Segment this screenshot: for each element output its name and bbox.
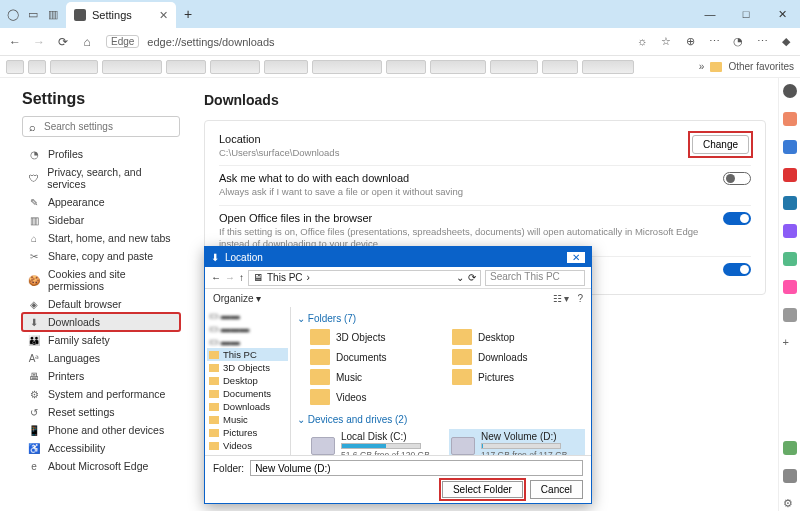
organize-button[interactable]: Organize ▾ xyxy=(213,293,261,304)
sidebar-item-family-safety[interactable]: 👪Family safety xyxy=(22,331,180,349)
tabs-icon[interactable]: ▥ xyxy=(46,7,60,21)
bookmark-item[interactable] xyxy=(28,60,46,74)
tree-item[interactable]: Pictures xyxy=(207,426,288,439)
minimize-button[interactable]: — xyxy=(692,8,728,21)
refresh-icon[interactable]: ⟳ xyxy=(468,272,476,283)
overflow-button[interactable]: » xyxy=(699,61,705,72)
new-tab-button[interactable]: + xyxy=(176,6,200,22)
sidebar-item-about-microsoft-edge[interactable]: eAbout Microsoft Edge xyxy=(22,457,180,475)
up-icon[interactable]: ↑ xyxy=(239,272,244,283)
tool-icon[interactable] xyxy=(783,140,797,154)
drives-group[interactable]: Devices and drives (2) xyxy=(297,412,585,427)
tree-item[interactable]: This PC xyxy=(207,348,288,361)
change-button[interactable]: Change xyxy=(692,135,749,154)
office-toggle[interactable] xyxy=(723,212,751,225)
sidebar-item-languages[interactable]: AᵃLanguages xyxy=(22,349,180,367)
back-button[interactable]: ← xyxy=(6,35,24,49)
drive-item[interactable]: New Volume (D:)117 GB free of 117 GB xyxy=(449,429,585,455)
tool-icon[interactable] xyxy=(783,224,797,238)
tree-item[interactable]: 3D Objects xyxy=(207,361,288,374)
copilot-icon[interactable]: ◆ xyxy=(778,35,794,48)
sidebar-item-system-and-performance[interactable]: ⚙System and performance xyxy=(22,385,180,403)
maximize-button[interactable]: □ xyxy=(728,8,764,21)
close-tab-icon[interactable]: ✕ xyxy=(159,9,168,22)
bookmark-item[interactable] xyxy=(490,60,538,74)
sidebar-item-reset-settings[interactable]: ↺Reset settings xyxy=(22,403,180,421)
sidebar-item-default-browser[interactable]: ◈Default browser xyxy=(22,295,180,313)
sidebar-item-downloads[interactable]: ⬇Downloads xyxy=(22,313,180,331)
settings-search-input[interactable] xyxy=(42,120,173,133)
folder-item[interactable]: Music xyxy=(309,368,443,386)
workspaces-icon[interactable]: ▭ xyxy=(26,7,40,21)
bookmark-item[interactable] xyxy=(386,60,426,74)
home-button[interactable]: ⌂ xyxy=(78,35,96,49)
dialog-close-button[interactable]: ✕ xyxy=(567,252,585,263)
dropdown-icon[interactable]: ⌄ xyxy=(456,272,464,283)
bookmark-item[interactable] xyxy=(102,60,162,74)
forward-icon[interactable]: → xyxy=(225,272,235,283)
folder-item[interactable]: Desktop xyxy=(451,328,585,346)
browser-tab[interactable]: Settings ✕ xyxy=(66,2,176,28)
folder-item[interactable]: Documents xyxy=(309,348,443,366)
view-icon[interactable]: ☷ ▾ xyxy=(553,293,570,304)
site-identity[interactable]: Edge xyxy=(106,35,139,48)
bookmark-item[interactable] xyxy=(210,60,260,74)
folder-input[interactable] xyxy=(250,460,583,476)
sidebar-item-start-home-and-new-tabs[interactable]: ⌂Start, home, and new tabs xyxy=(22,229,180,247)
breadcrumb[interactable]: 🖥 This PC › ⌄ ⟳ xyxy=(248,270,481,286)
sidebar-item-profiles[interactable]: ◔Profiles xyxy=(22,145,180,163)
bookmark-item[interactable] xyxy=(50,60,98,74)
sidebar-item-appearance[interactable]: ✎Appearance xyxy=(22,193,180,211)
tree-item[interactable]: ▭ ▬▬▬ xyxy=(207,322,288,335)
extensions-icon[interactable]: ⋯ xyxy=(706,35,722,48)
add-sidebar-icon[interactable]: + xyxy=(783,336,797,350)
url-input[interactable] xyxy=(145,35,624,49)
sidebar-item-sidebar[interactable]: ▥Sidebar xyxy=(22,211,180,229)
settings-sidebar-icon[interactable]: ⚙ xyxy=(783,497,797,511)
tool-icon[interactable] xyxy=(783,280,797,294)
tool-icon[interactable] xyxy=(783,168,797,182)
sidebar-item-cookies-and-site-permissions[interactable]: 🍪Cookies and site permissions xyxy=(22,265,180,295)
menu-toggle[interactable] xyxy=(723,263,751,276)
tree-item[interactable]: Downloads xyxy=(207,400,288,413)
bookmark-item[interactable] xyxy=(312,60,382,74)
folder-item[interactable]: Pictures xyxy=(451,368,585,386)
ask-toggle[interactable] xyxy=(723,172,751,185)
sidebar-item-accessibility[interactable]: ♿Accessibility xyxy=(22,439,180,457)
drive-item[interactable]: Local Disk (C:)51.6 GB free of 120 GB xyxy=(309,429,445,455)
sidebar-item-printers[interactable]: 🖶Printers xyxy=(22,367,180,385)
bookmark-item[interactable] xyxy=(582,60,634,74)
tool-icon[interactable] xyxy=(783,196,797,210)
sidebar-item-share-copy-and-paste[interactable]: ✂Share, copy and paste xyxy=(22,247,180,265)
close-window-button[interactable]: ✕ xyxy=(764,8,800,21)
bookmark-item[interactable] xyxy=(430,60,486,74)
back-icon[interactable]: ← xyxy=(211,272,221,283)
forward-button[interactable]: → xyxy=(30,35,48,49)
favorite-icon[interactable]: ☆ xyxy=(658,35,674,48)
profile-icon[interactable]: ◯ xyxy=(6,7,20,21)
folder-item[interactable]: Downloads xyxy=(451,348,585,366)
tool-icon[interactable] xyxy=(783,441,797,455)
tree-item[interactable]: Videos xyxy=(207,439,288,452)
collections-icon[interactable]: ⊕ xyxy=(682,35,698,48)
sidebar-item-privacy-search-and-services[interactable]: 🛡Privacy, search, and services xyxy=(22,163,180,193)
tool-icon[interactable] xyxy=(783,252,797,266)
bookmark-item[interactable] xyxy=(542,60,578,74)
read-aloud-icon[interactable]: ☼ xyxy=(634,35,650,48)
folder-item[interactable]: Videos xyxy=(309,388,443,406)
performance-icon[interactable]: ◔ xyxy=(730,35,746,48)
select-folder-button[interactable]: Select Folder xyxy=(442,481,523,498)
help-icon[interactable]: ? xyxy=(577,293,583,304)
chevron-right-icon[interactable]: › xyxy=(307,272,310,283)
tool-icon[interactable] xyxy=(783,469,797,483)
other-favorites[interactable]: Other favorites xyxy=(728,61,794,72)
bookmark-item[interactable] xyxy=(6,60,24,74)
tool-icon[interactable] xyxy=(783,308,797,322)
search-sidebar-icon[interactable] xyxy=(783,84,797,98)
tool-icon[interactable] xyxy=(783,112,797,126)
refresh-button[interactable]: ⟳ xyxy=(54,35,72,49)
tree-item[interactable]: ▭ ▬▬ xyxy=(207,309,288,322)
tree-item[interactable]: ▭ ▬▬ xyxy=(207,335,288,348)
folders-group[interactable]: Folders (7) xyxy=(297,311,585,326)
tree-item[interactable]: Desktop xyxy=(207,374,288,387)
